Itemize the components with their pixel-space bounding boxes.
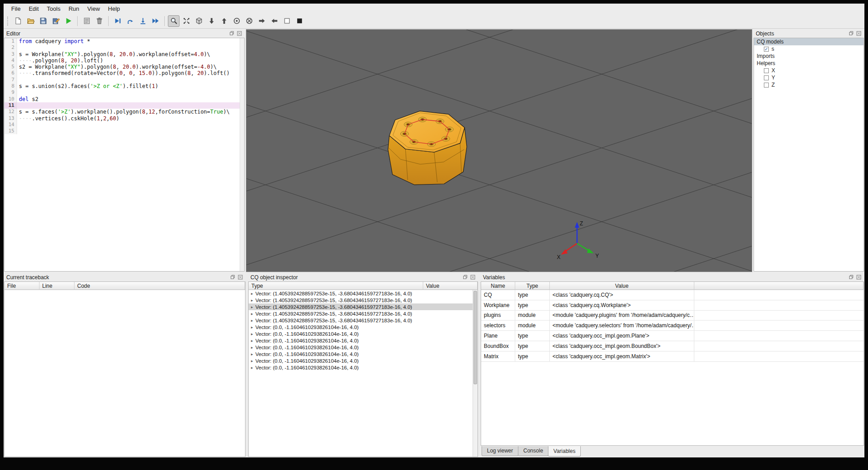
tree-item-x[interactable]: X [754, 67, 864, 74]
code-line[interactable]: 8s = s.union(s2).faces('>Z or <Z').fille… [4, 83, 244, 89]
inspector-row[interactable]: ▸Vector: (1.4053924288597253e-15, -3.680… [249, 290, 478, 297]
step-button[interactable] [124, 15, 136, 27]
code-line[interactable]: 11 [4, 102, 244, 109]
checkbox-x[interactable] [764, 68, 769, 73]
code-line[interactable]: 13····.vertices().cskHole(1,2,60) [4, 115, 244, 122]
checkbox-y[interactable] [764, 75, 769, 80]
step-into-button[interactable] [137, 15, 149, 27]
code-line[interactable]: 14 [4, 122, 244, 128]
tab-log-viewer[interactable]: Log viewer [482, 446, 518, 456]
inspector-row[interactable]: ▸Vector: (0.0, -1.1604610293826104e-16, … [249, 357, 478, 364]
expand-arrow-icon[interactable]: ▸ [249, 345, 255, 350]
close-panel-button[interactable] [237, 274, 243, 280]
top-view-button[interactable] [206, 15, 217, 27]
float-panel-button[interactable] [230, 274, 236, 280]
expand-arrow-icon[interactable]: ▸ [249, 318, 255, 323]
scrollbar-thumb[interactable] [473, 291, 477, 384]
cad-model[interactable] [388, 111, 467, 184]
expand-arrow-icon[interactable]: ▸ [249, 332, 255, 336]
editor-panel-titlebar[interactable]: Editor [4, 29, 245, 38]
zoom-button[interactable] [168, 15, 180, 27]
save-as-button[interactable] [50, 15, 61, 27]
tree-item-helpers[interactable]: Helpers [754, 60, 864, 67]
inspector-row[interactable]: ▸Vector: (0.0, -1.1604610293826104e-16, … [249, 344, 478, 351]
variable-row[interactable]: pluginsmodule<module 'cadquery.plugins' … [481, 311, 864, 321]
variable-row[interactable]: Planetype<class 'cadquery.occ_impl.geom.… [481, 331, 864, 341]
inspector-row[interactable]: ▸Vector: (1.4053924288597253e-15, -3.680… [249, 317, 478, 324]
column-header-file[interactable]: File [4, 282, 39, 290]
float-panel-button[interactable] [462, 274, 468, 280]
expand-arrow-icon[interactable]: ▸ [249, 359, 255, 363]
continue-button[interactable] [149, 15, 161, 27]
open-file-button[interactable] [25, 15, 36, 27]
code-line[interactable]: 15 [4, 128, 244, 134]
inspector-panel-titlebar[interactable]: CQ object inspector [248, 273, 478, 281]
toolbar-drag-handle[interactable] [7, 17, 10, 26]
close-panel-button[interactable] [856, 31, 862, 36]
variables-panel-titlebar[interactable]: Variables [480, 273, 864, 281]
variable-row[interactable]: CQtype<class 'cadquery.cq.CQ'> [481, 290, 864, 300]
code-line[interactable]: 9 [4, 89, 244, 96]
menu-run[interactable]: Run [65, 4, 83, 13]
inspector-row[interactable]: ▸Vector: (0.0, -1.1604610293826104e-16, … [249, 330, 478, 337]
viewport-3d[interactable]: X Y Z [246, 29, 752, 272]
toggle-comment-button[interactable] [81, 15, 92, 27]
menu-file[interactable]: File [7, 4, 25, 13]
expand-arrow-icon[interactable]: ▸ [249, 325, 255, 329]
delete-button[interactable] [93, 15, 105, 27]
code-line[interactable]: 4····.polygon(8, 20).loft() [4, 57, 244, 64]
inspector-row[interactable]: ▸Vector: (1.4053924288597253e-15, -3.680… [249, 303, 478, 310]
save-button[interactable] [37, 15, 49, 27]
bottom-view-button[interactable] [218, 15, 230, 27]
menu-view[interactable]: View [83, 4, 104, 13]
close-panel-button[interactable] [856, 274, 862, 280]
column-header-value[interactable]: Value [550, 282, 694, 290]
debug-button[interactable] [112, 15, 123, 27]
expand-arrow-icon[interactable]: ▸ [249, 338, 255, 343]
column-header-type[interactable]: Type [249, 282, 423, 290]
checkbox-s[interactable]: ✓ [764, 47, 769, 52]
variable-row[interactable]: selectorsmodule<module 'cadquery.selecto… [481, 321, 864, 331]
wireframe-button[interactable] [281, 15, 293, 27]
objects-panel-titlebar[interactable]: Objects [753, 29, 864, 38]
code-line[interactable]: 1from cadquery import * [4, 38, 244, 44]
tree-item-y[interactable]: Y [754, 74, 864, 81]
column-header-name[interactable]: Name [481, 282, 515, 290]
column-header-line[interactable]: Line [39, 282, 75, 290]
expand-arrow-icon[interactable]: ▸ [249, 298, 255, 303]
tab-console[interactable]: Console [518, 446, 548, 456]
left-view-button[interactable] [256, 15, 267, 27]
editor-scrollbar[interactable] [240, 38, 244, 271]
back-view-button[interactable] [243, 15, 255, 27]
render-button[interactable] [62, 15, 74, 27]
tree-item-imports[interactable]: Imports [754, 53, 864, 60]
float-panel-button[interactable] [848, 274, 854, 280]
new-file-button[interactable] [12, 15, 24, 27]
code-line[interactable]: 10del s2 [4, 96, 244, 102]
code-line[interactable]: 2 [4, 44, 244, 51]
tree-item-z[interactable]: Z [754, 81, 864, 88]
inspector-row[interactable]: ▸Vector: (0.0, -1.1604610293826104e-16, … [249, 364, 478, 371]
float-panel-button[interactable] [229, 31, 235, 36]
code-line[interactable]: 5s2 = Workplane("XY").polygon(8, 20.0).w… [4, 64, 244, 70]
inspector-scrollbar[interactable] [473, 290, 478, 457]
close-panel-button[interactable] [470, 274, 476, 280]
code-line[interactable]: 12s = s.faces('>Z').workplane().polygon(… [4, 109, 244, 115]
checkbox-z[interactable] [764, 83, 769, 88]
code-line[interactable]: 7 [4, 77, 244, 83]
right-view-button[interactable] [268, 15, 280, 27]
column-header-code[interactable]: Code [75, 282, 245, 290]
front-view-button[interactable] [231, 15, 242, 27]
close-panel-button[interactable] [237, 31, 242, 36]
variable-row[interactable]: BoundBoxtype<class 'cadquery.occ_impl.ge… [481, 341, 864, 351]
expand-arrow-icon[interactable]: ▸ [249, 312, 255, 316]
inspector-row[interactable]: ▸Vector: (0.0, -1.1604610293826104e-16, … [249, 351, 478, 357]
expand-arrow-icon[interactable]: ▸ [249, 365, 255, 370]
expand-arrow-icon[interactable]: ▸ [249, 352, 255, 356]
traceback-panel-titlebar[interactable]: Current traceback [4, 273, 246, 281]
float-panel-button[interactable] [848, 31, 854, 36]
tab-variables[interactable]: Variables [548, 446, 581, 457]
expand-arrow-icon[interactable]: ▸ [249, 305, 255, 309]
shaded-button[interactable] [294, 15, 305, 27]
variable-row[interactable]: Workplanetype<class 'cadquery.cq.Workpla… [481, 300, 864, 311]
